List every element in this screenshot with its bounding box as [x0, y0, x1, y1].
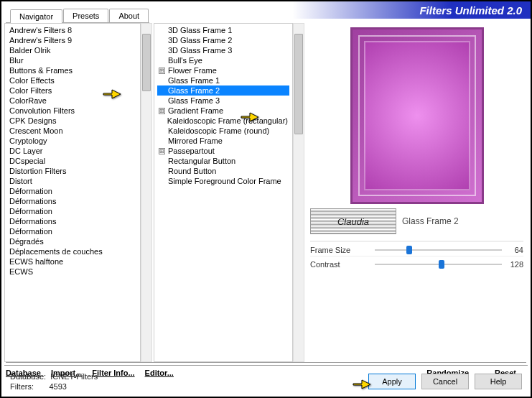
category-item[interactable]: Distortion Filters — [8, 166, 137, 176]
filter-list[interactable]: 3D Glass Frame 13D Glass Frame 23D Glass… — [154, 23, 293, 362]
category-item[interactable]: DC Layer — [8, 146, 137, 156]
slider-label: Contrast — [310, 260, 375, 269]
slider-area: Frame Size64Contrast128 — [310, 241, 523, 270]
category-item[interactable]: Déformation — [8, 206, 137, 216]
filter-item[interactable]: Mirrored Frame — [157, 136, 289, 146]
filter-item-label: Kaleidoscopic Frame (rectangular) — [167, 116, 288, 125]
filter-item[interactable]: Simple Foreground Color Frame — [157, 176, 289, 186]
filter-item[interactable]: 3D Glass Frame 1 — [157, 25, 289, 35]
category-item[interactable]: Color Effects — [8, 75, 137, 85]
preview-image — [350, 27, 484, 204]
category-list[interactable]: Andrew's Filters 8Andrew's Filters 9Bald… — [4, 23, 141, 362]
filter-item-label: Bull's Eye — [168, 56, 202, 65]
app-title: Filters Unlimited 2.0 — [419, 4, 522, 17]
filter-scrollbar[interactable] — [293, 23, 304, 362]
tab-presets[interactable]: Presets — [63, 9, 108, 22]
category-item[interactable]: Andrew's Filters 9 — [8, 35, 137, 45]
filter-item[interactable]: Kaleidoscopic Frame (round) — [157, 126, 289, 136]
dialog-buttons: Apply Cancel Help — [368, 374, 522, 389]
category-item[interactable]: ColorRave — [8, 96, 137, 106]
filter-item[interactable]: Round Button — [157, 166, 289, 176]
category-item[interactable]: Déformations — [8, 216, 137, 226]
category-item[interactable]: Déformations — [8, 196, 137, 206]
filter-item[interactable]: ⊞Passepartout — [157, 146, 289, 156]
filter-item[interactable]: Glass Frame 1 — [157, 75, 289, 85]
slider-value: 64 — [502, 246, 523, 254]
tab-about[interactable]: About — [109, 9, 149, 22]
slider-track[interactable] — [375, 259, 502, 269]
filter-item-label: Glass Frame 3 — [168, 96, 220, 105]
category-item[interactable]: Distort — [8, 176, 137, 186]
filter-item[interactable]: Glass Frame 3 — [157, 96, 289, 106]
filter-item[interactable]: 3D Glass Frame 2 — [157, 35, 289, 45]
category-item[interactable]: Balder Olrik — [8, 45, 137, 55]
preview-panel: Claudia Glass Frame 2 Frame Size64Contra… — [304, 23, 528, 362]
category-item[interactable]: Cryptology — [8, 136, 137, 146]
category-item[interactable]: Andrew's Filters 8 — [8, 25, 137, 35]
filter-item-label: Passepartout — [168, 147, 215, 155]
apply-button[interactable]: Apply — [368, 374, 416, 389]
category-item[interactable]: ECWS halftone — [8, 256, 137, 267]
category-item[interactable]: Déplacements de couches — [8, 246, 137, 256]
slider-track[interactable] — [375, 245, 502, 255]
filter-item-label: 3D Glass Frame 3 — [168, 46, 232, 55]
slider-value: 128 — [502, 260, 523, 269]
filter-item-label: 3D Glass Frame 1 — [168, 26, 232, 34]
category-item[interactable]: Crescent Moon — [8, 126, 137, 136]
expand-icon[interactable]: ⊞ — [159, 148, 165, 154]
slider-row: Contrast128 — [310, 256, 523, 270]
help-button[interactable]: Help — [475, 374, 522, 389]
filter-item[interactable]: 3D Glass Frame 3 — [157, 45, 289, 55]
filter-item-label: Gradient Frame — [168, 106, 223, 115]
filter-item-label: Kaleidoscopic Frame (round) — [168, 126, 269, 135]
category-item[interactable]: ECWS — [8, 267, 137, 277]
expand-icon[interactable]: ⊞ — [159, 68, 165, 74]
category-item[interactable]: Blur — [8, 55, 137, 65]
filter-name-label: Glass Frame 2 — [402, 216, 459, 226]
category-scrollbar[interactable] — [141, 23, 152, 362]
filter-item-label: Round Button — [168, 167, 216, 175]
expand-icon[interactable]: ⊞ — [159, 108, 165, 114]
filter-item-label: Flower Frame — [168, 66, 217, 75]
filter-item[interactable]: ⊞Gradient Frame — [157, 106, 289, 116]
filter-title-row: Claudia Glass Frame 2 — [310, 208, 523, 234]
slider-label: Frame Size — [310, 246, 375, 254]
category-item[interactable]: CPK Designs — [8, 116, 137, 126]
tab-navigator[interactable]: Navigator — [10, 9, 62, 23]
filter-item-label: Rectangular Button — [168, 157, 235, 165]
filter-item[interactable]: Glass Frame 2 — [157, 85, 289, 96]
category-item[interactable]: Dégradés — [8, 236, 137, 246]
cancel-button[interactable]: Cancel — [421, 374, 469, 389]
slider-row: Frame Size64 — [310, 241, 523, 256]
filter-item-label: Glass Frame 2 — [168, 86, 220, 95]
category-item[interactable]: DCspecial — [8, 156, 137, 166]
status-info: Database: ICNET-Filters Filters: 4593 — [10, 371, 98, 392]
category-item[interactable]: Color Filters — [8, 85, 137, 96]
scroll-thumb[interactable] — [294, 34, 303, 134]
filter-item[interactable]: ⊞Flower Frame — [157, 65, 289, 75]
filter-item-label: Glass Frame 1 — [168, 76, 220, 85]
category-item[interactable]: Convolution Filters — [8, 106, 137, 116]
slider-thumb[interactable] — [439, 260, 444, 269]
category-panel: Andrew's Filters 8Andrew's Filters 9Bald… — [4, 23, 152, 362]
filter-item-label: Mirrored Frame — [168, 136, 223, 145]
category-item[interactable]: Buttons & Frames — [8, 65, 137, 75]
filter-item-label: Simple Foreground Color Frame — [168, 177, 281, 185]
slider-thumb[interactable] — [406, 246, 412, 254]
watermark-badge: Claudia — [310, 208, 396, 234]
main-area: Andrew's Filters 8Andrew's Filters 9Bald… — [4, 23, 528, 362]
filter-item-label: 3D Glass Frame 2 — [168, 36, 232, 45]
filter-item[interactable]: Rectangular Button — [157, 156, 289, 166]
category-item[interactable]: Déformation — [8, 186, 137, 196]
tab-bar: Navigator Presets About — [6, 7, 149, 23]
status-bar: Database: ICNET-Filters Filters: 4593 Ap… — [4, 365, 528, 397]
category-item[interactable]: Déformation — [8, 226, 137, 236]
filter-item[interactable]: Kaleidoscopic Frame (rectangular) — [157, 116, 289, 126]
filter-panel: 3D Glass Frame 13D Glass Frame 23D Glass… — [154, 23, 304, 362]
filter-item[interactable]: Bull's Eye — [157, 55, 289, 65]
scroll-thumb[interactable] — [142, 34, 151, 91]
